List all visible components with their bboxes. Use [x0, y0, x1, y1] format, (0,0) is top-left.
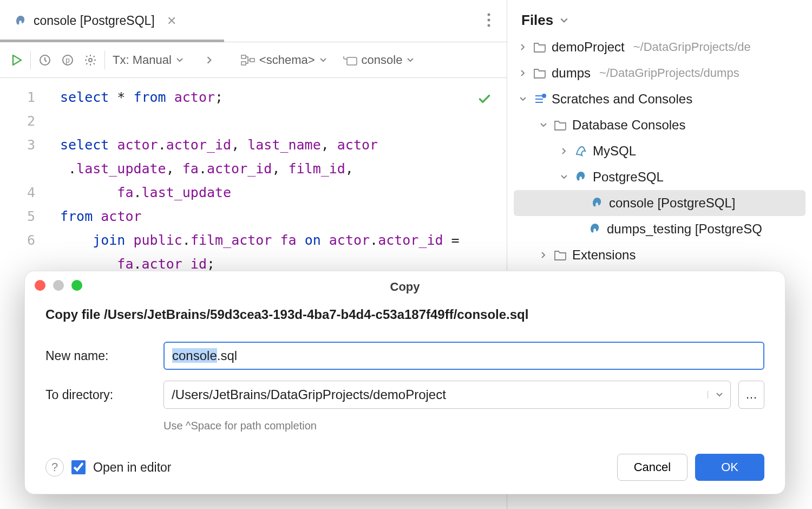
schema-dropdown[interactable]: <schema>: [241, 53, 327, 67]
open-in-editor-checkbox[interactable]: [71, 460, 86, 474]
svg-rect-9: [250, 58, 254, 62]
close-icon[interactable]: ✕: [167, 14, 176, 28]
folder-icon: [554, 250, 567, 260]
mysql-icon: [574, 145, 587, 158]
run-button[interactable]: [10, 54, 23, 67]
editor-toolbar: p Tx: Manual <schema>: [0, 42, 507, 78]
postgres-icon: [574, 171, 587, 184]
close-window-icon[interactable]: [35, 280, 45, 291]
tab-underline: [0, 40, 224, 42]
newname-input[interactable]: console.sql: [172, 348, 237, 363]
zoom-window-icon[interactable]: [71, 280, 82, 291]
postgres-icon: [588, 223, 601, 236]
tree-item-mysql[interactable]: MySQL: [507, 138, 812, 164]
chevron-down-icon[interactable]: [560, 16, 568, 25]
chevron-down-icon: [407, 56, 414, 64]
svg-rect-8: [241, 62, 246, 65]
tab-bar: console [PostgreSQL] ✕: [0, 0, 507, 42]
tab-console[interactable]: console [PostgreSQL] ✕: [4, 0, 186, 42]
schema-icon: [241, 55, 255, 66]
tree-item-dbconsoles[interactable]: Database Consoles: [507, 112, 812, 138]
console-dropdown[interactable]: console: [343, 53, 415, 67]
todir-dropdown-icon[interactable]: [708, 391, 730, 399]
svg-point-11: [542, 94, 546, 98]
folder-icon: [554, 120, 567, 130]
newname-label: New name:: [45, 349, 142, 363]
tree-item-dumps[interactable]: dumps ~/DataGripProjects/dumps: [507, 60, 812, 86]
tree-item-demoproject[interactable]: demoProject ~/DataGripProjects/de: [507, 34, 812, 60]
chevron-down-icon: [319, 56, 327, 64]
postgres-icon: [591, 197, 604, 210]
chevron-right-icon: [518, 68, 528, 78]
browse-button[interactable]: …: [738, 381, 764, 409]
tree-item-console-pg[interactable]: console [PostgreSQL]: [514, 190, 806, 216]
inspection-ok-icon[interactable]: [477, 90, 492, 114]
open-in-editor-label: Open in editor: [93, 460, 171, 475]
postgres-icon: [14, 15, 27, 28]
tab-title: console [PostgreSQL]: [34, 14, 155, 28]
tree-item-dumps-testing[interactable]: dumps_testing [PostgreSQ: [507, 216, 812, 242]
scratches-icon: [533, 93, 546, 106]
folder-icon: [533, 42, 546, 53]
cancel-button[interactable]: Cancel: [617, 454, 687, 481]
settings-icon[interactable]: [84, 54, 97, 67]
chevron-down-icon: [176, 56, 184, 64]
svg-rect-7: [241, 55, 246, 58]
pending-icon[interactable]: p: [61, 54, 74, 67]
svg-point-1: [488, 19, 490, 22]
svg-point-6: [89, 58, 92, 62]
files-tree: demoProject ~/DataGripProjects/de dumps …: [507, 34, 812, 268]
chevron-right-icon: [539, 250, 548, 260]
dialog-heading: Copy file /Users/JetBrains/59d3cea3-193d…: [45, 307, 764, 322]
chevron-down-icon: [518, 94, 528, 104]
help-icon[interactable]: ?: [45, 458, 64, 477]
tree-item-extensions[interactable]: Extensions: [507, 242, 812, 268]
ok-button[interactable]: OK: [695, 454, 764, 481]
svg-rect-10: [347, 57, 357, 65]
minimize-window-icon[interactable]: [53, 280, 64, 291]
nav-forward-icon[interactable]: [205, 56, 214, 64]
todir-input[interactable]: /Users/JetBrains/DataGripProjects/demoPr…: [163, 381, 731, 409]
files-header-title: Files: [521, 12, 553, 29]
copy-dialog: Copy Copy file /Users/JetBrains/59d3cea3…: [24, 271, 785, 494]
dialog-title: Copy: [390, 280, 420, 293]
svg-point-0: [488, 14, 490, 16]
svg-text:p: p: [66, 56, 70, 64]
tree-item-scratches[interactable]: Scratches and Consoles: [507, 86, 812, 112]
history-icon[interactable]: [38, 54, 51, 67]
chevron-right-icon: [559, 146, 569, 156]
chevron-down-icon: [539, 120, 548, 130]
tx-mode-dropdown[interactable]: Tx: Manual: [113, 53, 184, 67]
tree-item-postgresql[interactable]: PostgreSQL: [507, 164, 812, 190]
chevron-down-icon: [559, 172, 569, 182]
todir-label: To directory:: [45, 388, 142, 402]
svg-point-2: [488, 24, 490, 27]
chevron-right-icon: [518, 42, 528, 52]
folder-icon: [533, 68, 546, 79]
console-icon: [343, 55, 357, 66]
tab-menu-icon[interactable]: [487, 13, 490, 29]
path-completion-hint: Use ^Space for path completion: [163, 420, 764, 432]
window-controls[interactable]: [35, 280, 82, 291]
